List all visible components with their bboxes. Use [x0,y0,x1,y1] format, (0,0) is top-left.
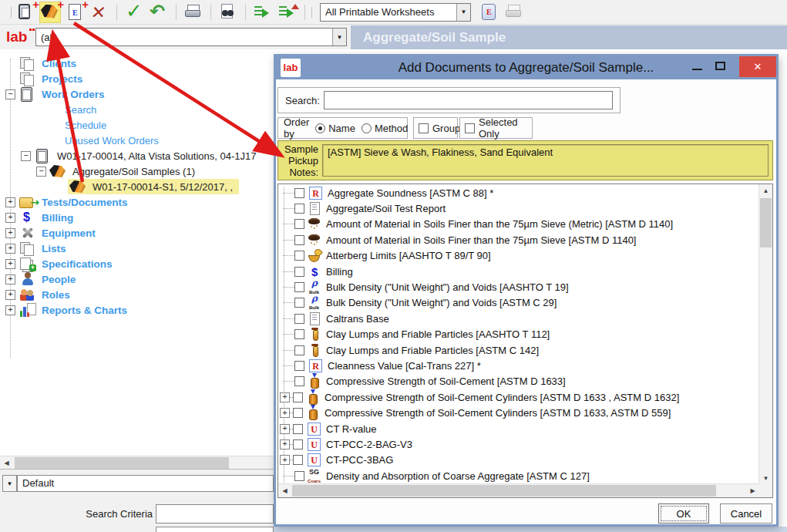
preset-field[interactable]: Default [17,475,274,492]
accept-button[interactable] [124,2,144,22]
checkbox[interactable] [294,251,304,261]
scrollbar-thumb[interactable] [292,485,716,497]
document-row[interactable]: Bulk Density ("Unit Weight") and Voids [… [278,279,759,295]
scroll-right-arrow[interactable] [746,484,759,497]
expand-toggle[interactable]: + [280,439,290,450]
document-row[interactable]: +Compressive Strength of Soil-Cement Cyl… [278,405,759,420]
delete-button[interactable] [89,2,109,22]
expand-toggle[interactable]: + [5,274,15,285]
document-row[interactable]: Atterberg Limits [AASHTO T 89/T 90] [278,248,759,264]
tree-item[interactable]: +Lists [0,241,274,256]
scrollbar-thumb[interactable] [760,198,772,247]
tree-item[interactable]: Clients [0,56,274,71]
minimize-button[interactable] [692,69,702,70]
document-row[interactable]: +CT-PCC-2-BAG-V3 [278,436,759,452]
checkbox[interactable] [294,282,304,292]
checkbox[interactable] [294,314,304,324]
document-row[interactable]: Aggregate/Soil Test Report [278,200,759,216]
tree-item[interactable]: +Roles [0,287,274,302]
group-checkbox[interactable] [419,123,429,133]
document-row[interactable]: Compressive Strength of Soil-Cement [AST… [278,374,759,389]
document-row[interactable]: Aggregate Soundness [ASTM C 88] * [278,185,759,200]
document-row[interactable]: Bulk Density ("Unit Weight") and Voids [… [278,295,759,311]
expand-toggle[interactable]: + [280,408,290,418]
document-row[interactable]: Cleanness Value [Cal-Trans 227] * [278,358,759,373]
tree-item[interactable]: −Work Orders [0,86,274,102]
export-worksheet-home-button[interactable] [277,2,298,22]
document-row[interactable]: +CT-PCC-3BAG [278,453,759,468]
tree-item[interactable]: +Specifications [0,256,274,271]
checkbox[interactable] [294,329,304,339]
tree-item[interactable]: −W01-17-00014, Alta Vista Solutions, 04-… [0,148,274,163]
group-option[interactable]: Group [413,117,458,139]
export-worksheet-button[interactable] [253,2,273,22]
scroll-down-arrow[interactable] [759,472,772,484]
expand-toggle[interactable]: − [21,151,31,161]
checkbox[interactable] [294,471,304,481]
checkbox[interactable] [294,376,304,386]
add-sample-button[interactable] [40,2,60,22]
checkbox[interactable] [294,235,304,245]
worksheets-dropdown[interactable]: All Printable Worksheets [320,3,471,22]
dropdown-arrow-icon[interactable] [332,29,346,45]
expand-toggle[interactable]: − [36,167,46,177]
add-document-button[interactable] [65,2,85,22]
document-row[interactable]: +Compressive Strength of Soil-Cement Cyl… [278,389,759,405]
tree-item[interactable]: W01-17-00014-S1, 5/12/2017, , [0,179,274,194]
tree-item[interactable]: −Aggregate/Soil Samples (1) [0,163,274,179]
dropdown-arrow-icon[interactable] [456,4,470,21]
tree-item[interactable]: Schedule [0,117,274,133]
radio-method[interactable] [362,123,372,133]
expand-toggle[interactable]: + [5,228,15,238]
document-row[interactable]: Amount of Material in Soils Finer than t… [278,217,759,232]
radio-name[interactable] [315,123,325,133]
expand-toggle[interactable]: + [5,290,15,300]
expand-toggle[interactable]: − [5,89,15,99]
vertical-scrollbar[interactable] [758,184,772,484]
maximize-button[interactable] [715,62,725,70]
checkbox[interactable] [294,298,304,308]
print-preview-button[interactable] [183,2,203,22]
checkbox[interactable] [293,408,303,418]
expand-toggle[interactable]: + [5,305,15,315]
expand-toggle[interactable]: + [5,259,15,269]
scrollbar-thumb[interactable] [15,457,229,469]
cancel-button[interactable]: Cancel [720,503,772,524]
find-button[interactable] [218,2,238,22]
checkbox[interactable] [293,455,303,465]
checkbox[interactable] [294,188,304,198]
preset-dropdown-button[interactable] [2,475,17,492]
contact-report-button[interactable] [479,2,499,22]
scroll-up-arrow[interactable] [759,184,772,197]
checkbox[interactable] [294,361,304,371]
expand-toggle[interactable]: + [5,197,15,207]
tree-item[interactable]: +Equipment [0,225,274,241]
document-row[interactable]: +CT R-value [278,421,759,436]
checkbox[interactable] [293,439,303,450]
expand-toggle[interactable]: + [5,244,15,254]
horizontal-scrollbar[interactable] [278,483,759,497]
close-button[interactable] [739,56,776,77]
document-row[interactable]: Billing [278,264,759,279]
checkbox[interactable] [294,219,304,229]
filter-dropdown[interactable]: (all) [35,28,347,46]
tree-item[interactable]: Projects [0,71,274,86]
tree-item[interactable]: +Billing [0,210,274,225]
tree-item[interactable]: +People [0,271,274,287]
tree-item[interactable]: Search [0,102,274,117]
expand-toggle[interactable]: + [280,392,290,402]
tree-item[interactable]: +Tests/Documents [0,194,274,210]
scroll-left-arrow[interactable] [278,484,291,497]
expand-toggle[interactable]: + [280,424,290,434]
ok-button[interactable]: OK [658,503,709,524]
document-row[interactable]: Caltrans Base [278,311,759,326]
search-criteria-input[interactable] [156,504,274,524]
document-row[interactable]: Clay Lumps and Friable Particles [AASHTO… [278,327,759,342]
document-row[interactable]: Density and Absorption of Coarse Aggrega… [278,468,759,483]
new-work-order-button[interactable] [15,2,35,22]
selected-only-checkbox[interactable] [465,123,475,133]
scroll-left-arrow[interactable] [0,456,13,469]
checkbox[interactable] [293,392,303,402]
tree-horizontal-scrollbar[interactable] [0,456,274,470]
search-input[interactable] [324,91,613,109]
